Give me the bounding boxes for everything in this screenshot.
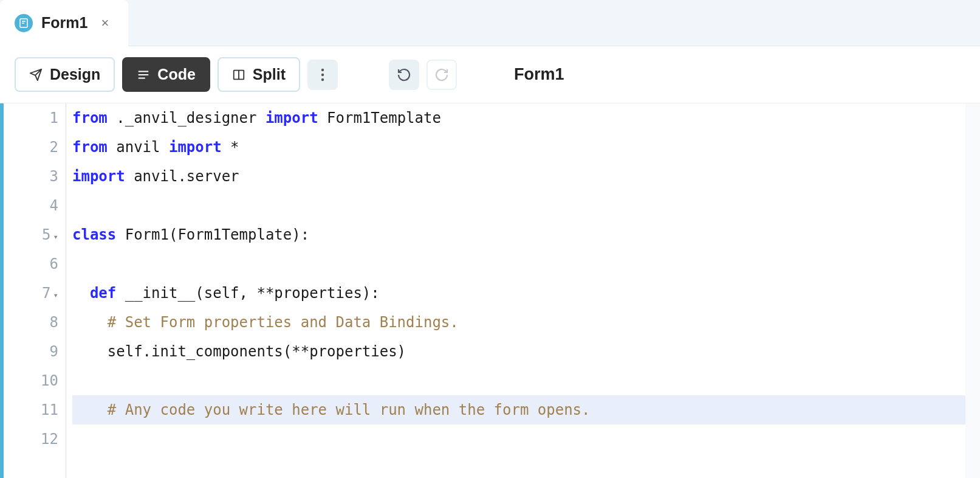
line-number: 9 [18,337,58,366]
toolbar: Design Code Split Form1 [0,46,980,103]
svg-point-3 [321,73,324,75]
scrollbar[interactable] [965,103,980,478]
breadcrumb-title: Form1 [514,65,564,84]
code-line[interactable]: import anvil.server [72,162,965,191]
undo-button[interactable] [389,60,419,90]
fold-indicator[interactable]: ▾ [53,232,58,241]
tab-title: Form1 [41,14,87,32]
svg-point-4 [321,78,324,80]
split-icon [232,68,245,81]
line-gutter: 12345▾67▾89101112 [18,103,66,478]
line-number: 10 [18,366,58,395]
split-button[interactable]: Split [218,57,300,92]
line-number: 11 [18,395,58,424]
design-button[interactable]: Design [15,57,115,92]
line-number: 12 [18,424,58,454]
code-line[interactable]: # Set Form properties and Data Bindings. [72,308,965,337]
tab-bar: Form1 × [0,0,980,46]
line-number: 4 [18,191,58,220]
line-number: 2 [18,133,58,162]
line-number: 6 [18,249,58,279]
code-line[interactable]: # Any code you write here will run when … [72,395,965,424]
kebab-icon [321,68,324,81]
plane-icon [29,68,43,81]
close-icon[interactable]: × [96,13,114,33]
code-area[interactable]: from ._anvil_designer import Form1Templa… [66,103,965,478]
line-number: 3 [18,162,58,191]
line-number: 1 [18,103,58,133]
code-editor[interactable]: 12345▾67▾89101112 from ._anvil_designer … [0,103,980,478]
tab-form1[interactable]: Form1 × [0,0,128,46]
undo-icon [397,68,411,82]
line-number: 8 [18,308,58,337]
lines-icon [137,68,150,81]
fold-indicator[interactable]: ▾ [53,290,58,300]
form-icon [15,14,33,32]
code-line[interactable] [72,249,965,279]
redo-icon [434,68,449,82]
code-line[interactable] [72,424,965,454]
svg-point-2 [321,68,324,71]
code-line[interactable]: def __init__(self, **properties): [72,279,965,308]
code-line[interactable]: self.init_components(**properties) [72,337,965,366]
redo-button[interactable] [427,60,457,90]
code-line[interactable]: from anvil import * [72,133,965,162]
split-label: Split [253,66,286,83]
code-button[interactable]: Code [122,57,210,92]
line-number: 5▾ [18,220,58,249]
line-number: 7▾ [18,279,58,308]
code-line[interactable] [72,366,965,395]
code-line[interactable] [72,191,965,220]
design-label: Design [50,66,100,83]
code-line[interactable]: from ._anvil_designer import Form1Templa… [72,103,965,133]
code-label: Code [157,66,196,83]
more-button[interactable] [307,60,338,90]
code-line[interactable]: class Form1(Form1Template): [72,220,965,249]
